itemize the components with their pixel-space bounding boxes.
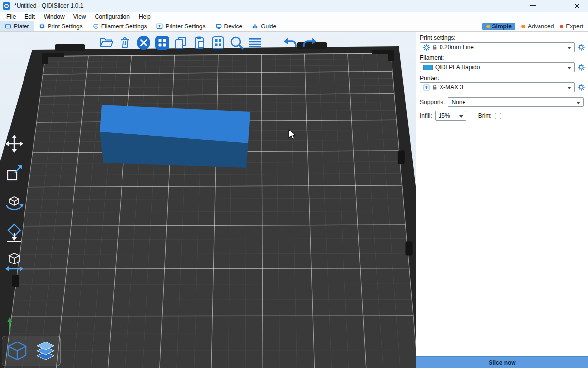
place-on-face-icon (3, 221, 25, 243)
lock-icon (432, 44, 437, 50)
printer-settings-icon (156, 23, 163, 29)
settings-sidebar: Print settings: 0.20mm Fine Filament: QI… (416, 32, 588, 368)
guide-icon (252, 23, 258, 29)
chevron-down-icon (567, 67, 571, 69)
move-gizmo-button[interactable] (3, 132, 25, 155)
rotate-gizmo-button[interactable] (3, 191, 25, 214)
print-settings-icon (39, 23, 45, 29)
tab-guide[interactable]: Guide (247, 21, 281, 31)
open-folder-icon (99, 35, 114, 50)
printer-gear-button[interactable] (577, 83, 585, 91)
print-settings-gear-button[interactable] (577, 43, 585, 51)
close-icon (574, 3, 580, 9)
infill-combo[interactable]: 15% (435, 111, 466, 121)
print-settings-label: Print settings: (420, 34, 585, 41)
preview-view-button[interactable] (33, 338, 58, 364)
printer-label: Printer: (420, 75, 585, 81)
redo-button[interactable] (301, 34, 318, 51)
mode-switcher: Simple Advanced Expert (482, 23, 588, 30)
build-plate[interactable] (0, 32, 416, 368)
gear-icon (578, 64, 585, 71)
printer-value: X-MAX 3 (440, 84, 463, 91)
split-button[interactable] (210, 34, 226, 51)
supports-combo[interactable]: None (448, 97, 584, 107)
delete-all-button[interactable] (135, 34, 152, 51)
mode-advanced[interactable]: Advanced (521, 23, 554, 30)
menu-edit[interactable]: Edit (20, 13, 39, 20)
supports-label: Supports: (420, 99, 445, 105)
filament-gear-button[interactable] (577, 63, 585, 71)
open-button[interactable] (98, 34, 115, 51)
cut-icon (3, 251, 25, 272)
infill-label: Infill: (420, 112, 432, 119)
titlebar: *Untitled - QIDISlicer-1.0.1 (0, 0, 588, 12)
menu-help[interactable]: Help (134, 13, 155, 20)
paste-button[interactable] (191, 34, 208, 51)
plate-surface (5, 53, 416, 368)
gear-icon (578, 44, 585, 51)
plater-toolbar (98, 34, 318, 51)
simple-mode-dot-icon (486, 25, 490, 28)
printer-combo[interactable]: X-MAX 3 (420, 82, 575, 92)
arrange-icon (154, 35, 170, 51)
tab-printer-settings[interactable]: Printer Settings (151, 21, 210, 31)
advanced-mode-dot-icon (521, 25, 525, 28)
expert-mode-dot-icon (560, 25, 564, 28)
tabbar: Plater Print Settings Filament Settings … (0, 21, 588, 32)
move-icon (3, 133, 25, 155)
viewport-3d[interactable] (0, 32, 416, 368)
menu-configuration[interactable]: Configuration (91, 13, 134, 20)
place-on-face-gizmo-button[interactable] (3, 221, 25, 243)
minimize-button[interactable] (522, 0, 544, 12)
infill-value: 15% (439, 112, 450, 119)
rotate-icon (3, 192, 25, 213)
tab-device[interactable]: Device (211, 21, 247, 31)
copy-button[interactable] (172, 34, 189, 51)
device-icon (216, 23, 222, 29)
tab-label: Plater (14, 23, 29, 30)
slice-now-button[interactable]: Slice now (416, 356, 588, 368)
window-title: *Untitled - QIDISlicer-1.0.1 (14, 2, 83, 9)
scale-icon (3, 162, 25, 184)
scale-gizmo-button[interactable] (3, 162, 25, 184)
layer-height-button[interactable] (247, 34, 264, 51)
menu-file[interactable]: File (2, 13, 20, 20)
view-switcher (2, 336, 61, 366)
menu-window[interactable]: Window (39, 13, 69, 20)
menu-view[interactable]: View (69, 13, 91, 20)
tab-print-settings[interactable]: Print Settings (34, 21, 87, 31)
undo-icon (283, 35, 298, 51)
search-icon (229, 35, 245, 51)
tab-filament-settings[interactable]: Filament Settings (88, 21, 152, 31)
supports-value: None (451, 99, 466, 105)
tab-plater[interactable]: Plater (0, 21, 34, 31)
gear-icon (578, 84, 585, 91)
app-logo-icon (3, 2, 10, 10)
maximize-button[interactable] (544, 0, 566, 12)
delete-button[interactable] (117, 34, 133, 51)
filament-combo[interactable]: QIDI PLA Rapido (420, 62, 575, 72)
infill-brim-row: Infill: 15% Brim: (420, 111, 585, 121)
trash-icon (118, 35, 132, 50)
lock-icon (432, 84, 437, 90)
split-objects-icon (211, 35, 225, 50)
delete-all-icon (136, 35, 151, 51)
brim-checkbox[interactable] (495, 113, 501, 119)
undo-button[interactable] (282, 34, 299, 51)
mode-expert[interactable]: Expert (560, 23, 583, 30)
copy-icon (173, 35, 188, 50)
supports-row: Supports: None (420, 97, 585, 107)
redo-icon (301, 35, 317, 51)
brim-label: Brim: (478, 112, 492, 119)
tab-label: Device (224, 23, 243, 30)
mode-simple[interactable]: Simple (482, 23, 515, 30)
print-settings-combo[interactable]: 0.20mm Fine (420, 42, 575, 52)
arrange-button[interactable] (154, 34, 171, 51)
paste-icon (192, 35, 207, 50)
close-button[interactable] (566, 0, 588, 12)
editor-view-button[interactable] (4, 338, 30, 364)
tab-label: Filament Settings (101, 23, 147, 30)
cut-gizmo-button[interactable] (3, 250, 25, 273)
print-settings-value: 0.20mm Fine (440, 44, 474, 51)
search-button[interactable] (228, 34, 245, 51)
